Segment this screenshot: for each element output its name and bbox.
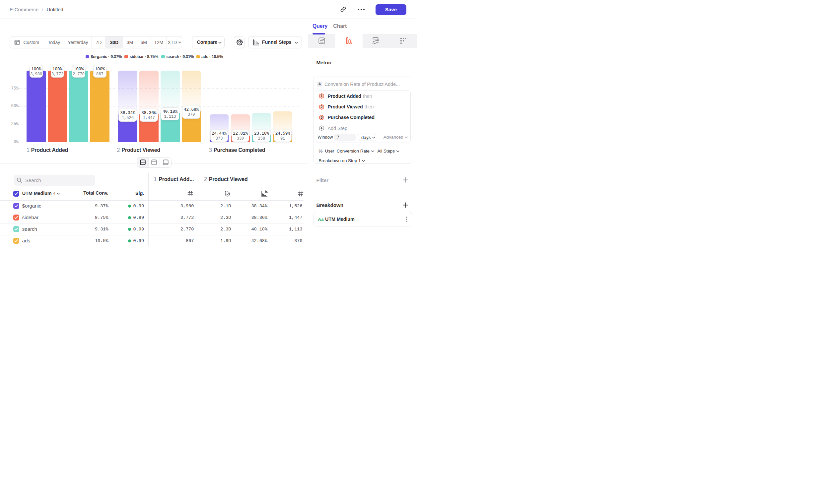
svg-text:3: 3	[321, 115, 323, 119]
svg-text:1: 1	[321, 94, 323, 98]
svg-text:2: 2	[321, 105, 323, 109]
